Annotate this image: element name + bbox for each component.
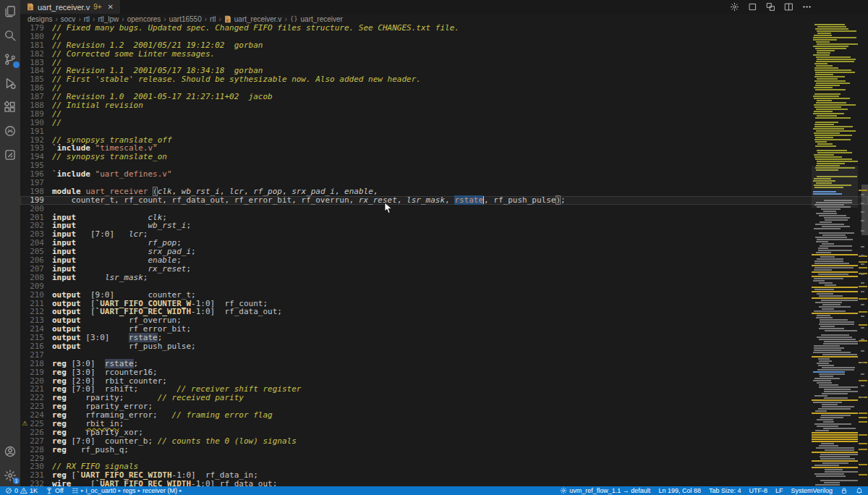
run-debug-icon [4, 77, 17, 90]
breadcrumb-item[interactable]: rtl_lpw [98, 15, 119, 23]
overview-mark [861, 304, 864, 305]
overview-mark [859, 324, 867, 326]
minimap-slider[interactable] [812, 166, 858, 208]
line-text [52, 351, 868, 360]
breadcrumb-separator: › [55, 15, 57, 23]
code-line[interactable]: 185// First 'stable' release. Should be … [20, 75, 868, 84]
code-line[interactable]: 182// Corrected some Linter messages. [20, 50, 868, 59]
status-right-item-7[interactable] [856, 487, 863, 494]
code-editor[interactable]: 179// Fixed many bugs. Updated spec. Cha… [20, 24, 868, 486]
line-number[interactable]: 228 [20, 446, 52, 454]
tab-problems-badge: 9+ [93, 3, 101, 11]
line-text: reg [7:0] counter_b; // counts the 0 (lo… [52, 437, 868, 446]
code-line[interactable]: 208input lsr_mask; [20, 274, 868, 282]
code-line[interactable]: 228reg rf_push_q; [20, 446, 868, 454]
status-right-item-5[interactable]: SystemVerilog [791, 487, 833, 494]
breadcrumb-item[interactable]: opencores [127, 15, 161, 23]
line-number[interactable]: 232 [20, 480, 52, 486]
status-right-item-4[interactable]: LF [775, 487, 783, 494]
overview-mark [861, 385, 864, 386]
line-number[interactable]: 182 [20, 50, 52, 59]
line-number[interactable]: 210 [20, 291, 52, 300]
line-number[interactable]: 218 [20, 360, 52, 368]
action-square-icon[interactable] [748, 2, 757, 12]
scope-separator: ▸ [179, 488, 182, 494]
activity-item-run-debug[interactable] [4, 77, 17, 90]
scrollbar[interactable] [858, 24, 868, 486]
status-right-item-3[interactable]: UTF-8 [749, 487, 767, 494]
action-split-editor-icon[interactable] [784, 2, 793, 12]
line-number[interactable]: 219 [20, 368, 52, 377]
activity-item-extension-b[interactable] [4, 148, 17, 161]
line-number[interactable]: 189 [20, 110, 52, 119]
code-line[interactable]: 194// synopsys translate_on [20, 153, 868, 161]
status-left-item-0[interactable]: Off [46, 487, 64, 494]
tab-close-icon[interactable]: ✕ [108, 3, 114, 11]
code-line[interactable]: 187// Revision 1.0 2001-05-17 21:27:11+0… [20, 93, 868, 101]
line-number[interactable]: 217 [20, 351, 52, 360]
activity-item-source-control[interactable] [4, 53, 17, 66]
code-line[interactable]: 217 [20, 351, 868, 360]
line-number[interactable]: 191 [20, 127, 52, 136]
code-line[interactable]: 199 counter_t, rf_count, rf_data_out, rf… [20, 196, 868, 205]
code-line[interactable]: 196`include "uart_defines.v" [20, 170, 868, 179]
error-circle-icon [5, 487, 12, 494]
line-text: // First 'stable' release. Should be syt… [52, 75, 868, 84]
line-number[interactable]: 190 [20, 119, 52, 127]
minimap[interactable] [812, 24, 858, 486]
breadcrumb-item[interactable]: rtl [84, 15, 90, 23]
line-number[interactable]: 227 [20, 437, 52, 446]
code-line[interactable]: 190// [20, 119, 868, 127]
activity-item-search[interactable] [4, 29, 17, 42]
action-compare-icon[interactable] [766, 2, 775, 12]
scrollbar-thumb[interactable] [861, 185, 868, 235]
line-number[interactable]: 180 [20, 33, 52, 41]
line-text: // Initial revision [52, 101, 868, 110]
overview-mark [861, 220, 864, 221]
code-line[interactable]: 229 [20, 454, 868, 463]
status-right-item-6[interactable] [841, 487, 848, 494]
breadcrumb-item[interactable]: uart16550 [169, 15, 202, 23]
status-right-item-2[interactable]: Tab Size: 4 [709, 487, 741, 494]
code-line[interactable]: 227reg [7:0] counter_b; // counts the 0 … [20, 437, 868, 446]
status-right-item-0[interactable]: uvm_ref_flow_1.1 → default [560, 487, 650, 494]
breadcrumb-file[interactable]: uart_receiver.v [234, 15, 282, 23]
breadcrumb-item[interactable]: socv [61, 15, 76, 23]
line-number[interactable]: 226 [20, 428, 52, 437]
code-line[interactable]: 225⚠reg rbit_in; [20, 420, 868, 428]
breadcrumb-symbol[interactable]: uart_receiver [301, 15, 343, 23]
status-left-item-1[interactable]: ▸i_oc_uart0▸regs▸receiver (M)▸ [72, 487, 182, 494]
code-line[interactable]: 224reg rframing_error; // framing error … [20, 411, 868, 420]
status-problems[interactable]: 01K [5, 487, 38, 494]
tab-uart-receiver[interactable]: v uart_receiver.v 9+ ✕ [20, 0, 120, 14]
line-number[interactable]: 199 [20, 196, 52, 205]
activity-item-extensions[interactable] [4, 101, 17, 114]
overview-mark [859, 449, 867, 450]
code-line[interactable]: 188// Initial revision [20, 101, 868, 110]
code-line[interactable]: 179// Fixed many bugs. Updated spec. Cha… [20, 24, 868, 33]
status-right-item-1[interactable]: Ln 199, Col 88 [658, 487, 701, 494]
symbol-braces-icon: {} [290, 15, 298, 22]
breadcrumb-item[interactable]: rtl [210, 15, 216, 23]
line-number[interactable]: 209 [20, 282, 52, 291]
status-left: 01KOff▸i_oc_uart0▸regs▸receiver (M)▸ [5, 487, 182, 494]
code-line[interactable]: 232wire [`UART_FIFO_REC_WIDTH-1:0] rf_da… [20, 480, 868, 486]
activity-item-explorer[interactable] [4, 5, 17, 18]
line-text [52, 454, 868, 463]
activity-item-accounts[interactable] [4, 445, 17, 458]
action-gear-icon[interactable] [730, 2, 739, 12]
overview-mark [859, 443, 867, 444]
line-number[interactable]: 181 [20, 41, 52, 50]
overview-mark [861, 203, 864, 204]
breadcrumb-item[interactable]: designs [27, 15, 52, 23]
line-text: counter_t, rf_count, rf_data_out, rf_err… [52, 196, 868, 205]
code-line[interactable]: 216output rf_push_pulse; [20, 342, 868, 351]
code-line[interactable]: 189// [20, 110, 868, 119]
line-number[interactable]: 200 [20, 205, 52, 213]
activity-item-settings[interactable]: 1 [4, 469, 17, 482]
action-more-icon[interactable] [802, 2, 812, 12]
activity-item-extension-a[interactable] [4, 124, 17, 138]
line-text: `include "timescale.v" [52, 144, 868, 153]
line-number[interactable]: 208 [20, 274, 52, 282]
status-label: Tab Size: 4 [709, 487, 741, 494]
